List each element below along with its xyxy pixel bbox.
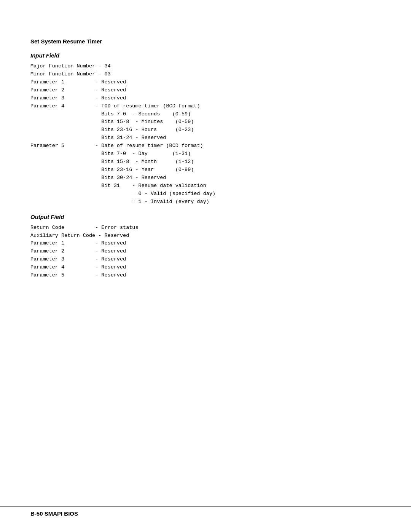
input-field-title: Input Field	[30, 52, 381, 59]
section-title: Set System Resume Timer	[30, 38, 381, 45]
footer-text: B-50 SMAPI BIOS	[30, 510, 78, 517]
output-field-content: Return Code - Error status Auxiliary Ret…	[30, 224, 381, 280]
page-footer: B-50 SMAPI BIOS	[0, 506, 411, 517]
page-container: Set System Resume Timer Input Field Majo…	[0, 0, 411, 532]
input-field-content: Major Function Number - 34 Minor Functio…	[30, 62, 381, 206]
output-field-title: Output Field	[30, 214, 381, 220]
